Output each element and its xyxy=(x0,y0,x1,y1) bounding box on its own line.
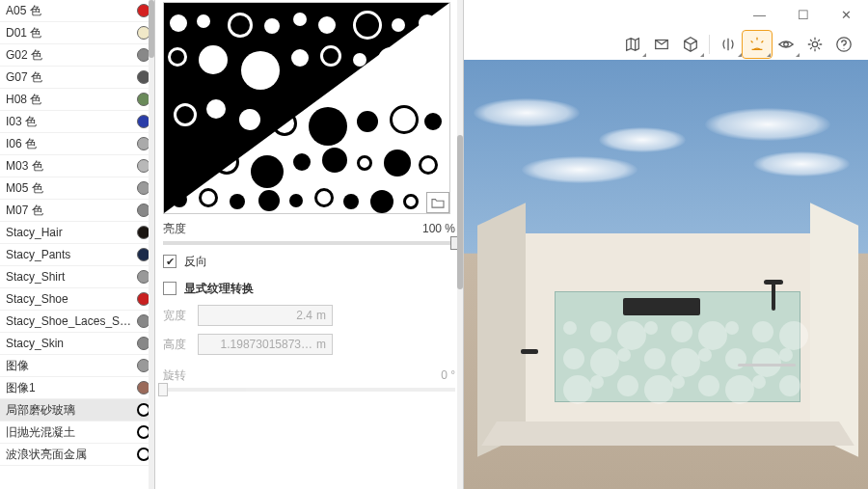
brightness-row: 亮度 100 % xyxy=(163,218,455,239)
tool-section-button[interactable] xyxy=(647,31,676,58)
material-label: 旧抛光混凝土 xyxy=(6,424,137,441)
material-label: I06 色 xyxy=(6,136,137,152)
material-row[interactable]: H08 色 xyxy=(0,89,154,111)
toolbar-separator xyxy=(709,35,710,54)
material-label: Stacy_Shoe_Laces_S… xyxy=(6,314,137,328)
rotate-label: 旋转 xyxy=(163,367,198,384)
material-label: 局部磨砂玻璃 xyxy=(6,402,137,419)
material-row[interactable]: I03 色 xyxy=(0,111,154,133)
eye-icon xyxy=(777,36,795,53)
faucet xyxy=(521,349,538,354)
section-icon xyxy=(653,36,670,53)
tool-box-button[interactable] xyxy=(676,31,705,58)
material-label: A05 色 xyxy=(6,3,137,19)
explicit-checkbox[interactable] xyxy=(163,282,176,295)
material-scroll-thumb[interactable] xyxy=(149,0,154,58)
glass-pattern-dot xyxy=(671,375,685,389)
mirror-icon xyxy=(719,36,737,53)
glass-pattern-dot xyxy=(617,375,638,396)
pattern-dot xyxy=(264,18,280,34)
properties-scrollbar[interactable] xyxy=(457,0,463,489)
explicit-transform-row[interactable]: 显式纹理转换 xyxy=(163,278,455,299)
material-label: 波浪状亮面金属 xyxy=(6,447,137,463)
pattern-dot xyxy=(322,148,347,173)
material-scrollbar[interactable] xyxy=(149,0,154,489)
material-row[interactable]: M07 色 xyxy=(0,200,154,222)
material-row[interactable]: 图像 xyxy=(0,355,154,377)
cloud xyxy=(705,108,830,141)
material-row[interactable]: M05 色 xyxy=(0,177,154,200)
material-row[interactable]: 局部磨砂玻璃 xyxy=(0,399,154,421)
material-row[interactable]: Stacy_Skin xyxy=(0,333,154,355)
pattern-dot xyxy=(357,111,378,132)
glass-pattern-dot xyxy=(644,321,658,335)
tool-map-button[interactable] xyxy=(618,31,647,58)
explicit-label: 显式纹理转换 xyxy=(184,281,254,297)
help-icon xyxy=(835,36,853,53)
scene-room xyxy=(477,176,854,465)
brightness-slider[interactable] xyxy=(163,241,455,245)
svg-point-1 xyxy=(784,42,789,47)
pattern-dot xyxy=(230,194,245,209)
width-row: 宽度 2.4 m xyxy=(163,303,455,328)
invert-row[interactable]: 反向 xyxy=(163,251,455,272)
material-label: 图像1 xyxy=(6,380,137,396)
render-view[interactable] xyxy=(464,60,868,489)
material-row[interactable]: I06 色 xyxy=(0,133,154,155)
window-close-button[interactable]: ✕ xyxy=(825,0,868,29)
tool-settings-button[interactable] xyxy=(800,31,829,58)
material-label: H08 色 xyxy=(6,92,137,108)
material-row[interactable]: A05 色 xyxy=(0,0,154,22)
glass-pattern-dot xyxy=(698,348,712,362)
material-row[interactable]: 波浪状亮面金属 xyxy=(0,444,154,466)
material-row[interactable]: Stacy_Shoe_Laces_S… xyxy=(0,311,154,333)
open-texture-button[interactable] xyxy=(426,192,449,213)
tool-sun-button[interactable] xyxy=(743,31,772,58)
width-input[interactable]: 2.4 m xyxy=(198,305,333,326)
material-row[interactable]: 图像1 xyxy=(0,377,154,399)
material-row[interactable]: G02 色 xyxy=(0,44,154,67)
pattern-dot xyxy=(258,190,280,211)
material-row[interactable]: Stacy_Shirt xyxy=(0,266,154,288)
material-row[interactable]: M03 色 xyxy=(0,155,154,177)
tool-help-button[interactable] xyxy=(829,31,858,58)
material-row[interactable]: 旧抛光混凝土 xyxy=(0,421,154,444)
glass-pattern-dot xyxy=(698,321,727,350)
glass-pattern-dot xyxy=(563,375,592,404)
pattern-dot xyxy=(370,190,393,213)
pattern-dot xyxy=(293,153,311,171)
material-label: 图像 xyxy=(6,358,137,374)
tool-eye-button[interactable] xyxy=(772,31,800,58)
pattern-dot xyxy=(174,103,197,126)
tool-mirror-button[interactable] xyxy=(714,31,743,58)
pattern-dot xyxy=(199,188,218,207)
window-maximize-button[interactable]: ☐ xyxy=(781,0,825,29)
window-minimize-button[interactable]: — xyxy=(738,0,781,29)
height-input[interactable]: 1.19873015873… m xyxy=(198,334,333,355)
material-row[interactable]: D01 色 xyxy=(0,22,154,44)
material-row[interactable]: Stacy_Shoe xyxy=(0,288,154,311)
texture-preview xyxy=(163,2,450,214)
pattern-dot xyxy=(419,155,438,175)
pattern-dot xyxy=(320,45,341,67)
width-label: 宽度 xyxy=(163,308,198,324)
pattern-dot xyxy=(272,111,297,136)
right-wall xyxy=(810,203,858,456)
pattern-dot xyxy=(183,153,201,171)
material-row[interactable]: Stacy_Pants xyxy=(0,244,154,266)
invert-checkbox[interactable] xyxy=(163,255,176,268)
sun-icon xyxy=(748,36,766,53)
properties-scroll-thumb[interactable] xyxy=(457,135,463,289)
glass-pattern-dot xyxy=(779,348,793,362)
glass-pattern-dot xyxy=(671,321,692,342)
shower-pipe xyxy=(772,282,775,311)
material-row[interactable]: G07 色 xyxy=(0,67,154,89)
invert-label: 反向 xyxy=(184,254,207,270)
material-list: A05 色D01 色G02 色G07 色H08 色I03 色I06 色M03 色… xyxy=(0,0,155,489)
rotate-slider[interactable] xyxy=(163,388,455,392)
pattern-dot xyxy=(289,194,303,207)
rotate-handle[interactable] xyxy=(158,383,168,396)
material-label: G07 色 xyxy=(6,69,137,86)
material-row[interactable]: Stacy_Hair xyxy=(0,222,154,244)
pattern-dot xyxy=(197,14,210,28)
